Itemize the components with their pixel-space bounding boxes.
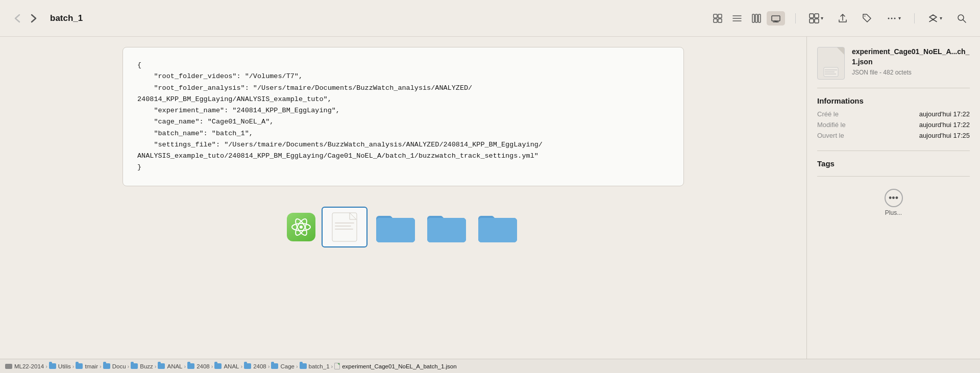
opened-label: Ouvert le [817, 132, 844, 139]
breadcrumb-tmair[interactable]: tmair [76, 363, 98, 369]
bc-sep-3: › [100, 363, 102, 369]
bc-buzz-text: Buzz [140, 363, 153, 369]
breadcrumb-buzz[interactable]: Buzz [131, 363, 153, 369]
folder-icon-bc4 [131, 363, 138, 369]
bc-batch1-text: batch_1 [309, 363, 330, 369]
opened-row: Ouvert le aujourd'hui 17:25 [817, 132, 970, 139]
folder-icon-bc1 [49, 363, 56, 369]
bc-sep-11: › [331, 363, 333, 369]
bc-utilis-text: Utilis [58, 363, 71, 369]
list-view-button[interactable] [728, 11, 746, 26]
breadcrumb-2408a[interactable]: 2408 [187, 363, 210, 369]
dropbox-dropdown-arrow: ▾ [940, 15, 942, 21]
bc-ml22-text: ML22-2014 [14, 363, 44, 369]
thumb-folder-1[interactable] [373, 209, 419, 245]
divider-1 [817, 88, 970, 88]
more-details-button[interactable]: ••• [885, 189, 903, 207]
more-button[interactable]: ▾ [884, 11, 904, 26]
search-button[interactable] [953, 11, 970, 26]
file-area: { "root_folder_videos": "/Volumes/T7", "… [0, 37, 806, 359]
info-section: Informations Créé le aujourd'hui 17:22 M… [817, 96, 970, 142]
dropbox-button[interactable]: ▾ [925, 11, 945, 26]
thumb-folder-3[interactable] [475, 209, 521, 245]
folder-icon-2 [424, 209, 470, 245]
svg-rect-15 [810, 19, 814, 23]
svg-rect-28 [335, 222, 354, 223]
sep2 [914, 13, 915, 23]
thumb-folder-2[interactable] [424, 209, 470, 245]
bc-anal1-text: ANAL [167, 363, 182, 369]
divider-3 [817, 176, 970, 177]
json-file-icon-bc [334, 363, 340, 369]
thumb-current-file[interactable] [322, 207, 368, 247]
breadcrumb-anal2[interactable]: ANAL [214, 363, 239, 369]
thumbnail-strip [276, 202, 531, 258]
status-bar: ML22-2014 › Utilis › tmair › Docu › Buzz… [0, 359, 980, 373]
folder-icon-3 [475, 209, 521, 245]
folder-icon-bc3 [103, 363, 110, 369]
svg-rect-3 [718, 19, 722, 22]
breadcrumb-utilis[interactable]: Utilis [49, 363, 71, 369]
svg-point-17 [865, 15, 866, 16]
breadcrumb-batch1[interactable]: batch_1 [300, 363, 330, 369]
bc-sep-7: › [211, 363, 213, 369]
toolbar: batch_1 [0, 0, 980, 37]
svg-point-20 [894, 17, 896, 19]
svg-rect-8 [755, 14, 757, 22]
info-section-title: Informations [817, 96, 970, 105]
bc-sep-5: › [155, 363, 157, 369]
bc-sep-2: › [72, 363, 75, 369]
breadcrumb-docu[interactable]: Docu [103, 363, 126, 369]
toolbar-actions: ▾ ▾ [708, 11, 970, 26]
breadcrumb-2408b[interactable]: 2408 [244, 363, 266, 369]
folder-icon-bc9 [271, 363, 278, 369]
app-icon-thumb[interactable] [286, 212, 316, 242]
forward-button[interactable] [27, 11, 41, 26]
folder-icon-bc10 [300, 363, 307, 369]
group-button[interactable]: ▾ [806, 11, 826, 26]
svg-point-26 [300, 226, 303, 229]
columns-view-button[interactable] [747, 11, 766, 26]
bc-tmair-text: tmair [85, 363, 98, 369]
breadcrumb-jsonfile[interactable]: experiment_Cage01_NoEL_A_batch_1.json [334, 363, 456, 369]
opened-value: aujourd'hui 17:25 [919, 132, 970, 139]
grid-view-button[interactable] [708, 11, 727, 26]
json-preview[interactable]: { "root_folder_videos": "/Volumes/T7", "… [122, 47, 684, 186]
gallery-view-button[interactable] [767, 11, 785, 26]
created-row: Créé le aujourd'hui 17:22 [817, 110, 970, 118]
modified-value: aujourd'hui 17:22 [919, 121, 970, 129]
tags-section: Tags [817, 159, 970, 168]
svg-rect-0 [714, 14, 717, 18]
svg-rect-9 [758, 14, 761, 22]
sep1 [795, 13, 796, 23]
back-button[interactable] [10, 11, 24, 26]
svg-rect-2 [714, 19, 717, 22]
bc-sep-10: › [296, 363, 298, 369]
share-button[interactable] [835, 11, 851, 26]
sidebar-filetype: JSON file - 482 octets [852, 69, 970, 76]
drive-icon [5, 364, 12, 369]
svg-line-22 [963, 20, 966, 22]
created-label: Créé le [817, 110, 839, 118]
bc-sep-9: › [268, 363, 270, 369]
folder-icon-1 [373, 209, 419, 245]
divider-2 [817, 151, 970, 151]
right-sidebar: experiment_Cage01_NoEL_A...ch_1.json JSO… [806, 37, 980, 359]
tag-button[interactable] [859, 11, 875, 26]
bc-json-text: experiment_Cage01_NoEL_A_batch_1.json [342, 363, 456, 369]
breadcrumb-ml22[interactable]: ML22-2014 [5, 363, 44, 369]
file-icon-large [817, 47, 845, 80]
more-btn-area: ••• Plus... [817, 189, 970, 216]
sidebar-file-header: experiment_Cage01_NoEL_A...ch_1.json JSO… [817, 47, 970, 80]
svg-rect-30 [335, 229, 353, 230]
breadcrumb-anal1[interactable]: ANAL [158, 363, 182, 369]
svg-rect-14 [815, 14, 819, 18]
sidebar-file-info: experiment_Cage01_NoEL_A...ch_1.json JSO… [852, 47, 970, 76]
main-content: { "root_folder_videos": "/Volumes/T7", "… [0, 37, 980, 359]
created-value: aujourd'hui 17:22 [919, 110, 970, 118]
more-label: Plus... [885, 209, 902, 216]
group-dropdown-arrow: ▾ [821, 15, 823, 21]
bc-cage-text: Cage [280, 363, 295, 369]
bc-sep-8: › [241, 363, 243, 369]
breadcrumb-cage[interactable]: Cage [271, 363, 295, 369]
